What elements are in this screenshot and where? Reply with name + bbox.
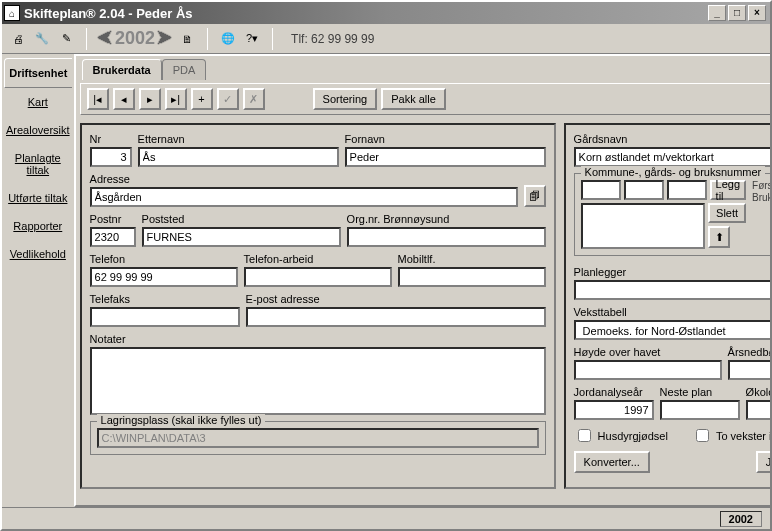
arsnedbor-input[interactable] xyxy=(728,360,770,380)
husdyr-checkbox[interactable]: Husdyrgjødsel xyxy=(574,426,668,445)
nr-input[interactable] xyxy=(90,147,132,167)
kgb-group: Kommune-, gårds- og bruksnummer Legg til xyxy=(574,173,770,256)
right-panel: Gårdsnavn Kommune-, gårds- og bruksnumme… xyxy=(564,123,770,489)
sidebar-item-planlagte-tiltak[interactable]: Planlagte tiltak xyxy=(4,144,72,184)
left-panel: Nr Etternavn Fornavn xyxy=(80,123,556,489)
titlebar: ⌂ Skifteplan® 2.04 - Peder Ås _ □ × xyxy=(2,2,770,24)
print-icon[interactable]: 🖨 xyxy=(8,28,28,50)
kgb-hint: Første bruk i lista (hovedbruket) vil bl… xyxy=(752,180,770,249)
sidebar-item-arealoversikt[interactable]: Arealoversikt xyxy=(4,116,72,144)
orgnr-label: Org.nr. Brønnøysund xyxy=(347,213,546,225)
telefon-input[interactable] xyxy=(90,267,238,287)
sidebar-item-driftsenhet[interactable]: Driftsenhet xyxy=(4,58,72,88)
main-toolbar: 🖨 🔧 ✎ ⮜ 2002 ⮞ 🗎 🌐 ?▾ Tlf: 62 99 99 99 xyxy=(2,24,770,54)
slett-button[interactable]: Slett xyxy=(708,203,746,223)
year-prev-icon[interactable]: ⮜ xyxy=(97,30,113,48)
jordanalysar-input[interactable] xyxy=(574,400,654,420)
postnr-input[interactable] xyxy=(90,227,136,247)
tlf-display: Tlf: 62 99 99 99 xyxy=(291,32,374,46)
year-next-icon[interactable]: ⮞ xyxy=(157,30,173,48)
statusbar: 2002 xyxy=(2,507,770,529)
poststed-input[interactable] xyxy=(142,227,341,247)
gards-input[interactable] xyxy=(624,180,664,200)
etternavn-input[interactable] xyxy=(138,147,339,167)
tovekster-checkbox[interactable]: To vekster i året xyxy=(692,426,770,445)
document-icon[interactable]: 🗎 xyxy=(177,28,197,50)
minimize-button[interactable]: _ xyxy=(708,5,726,21)
mobiltlf-label: Mobiltlf. xyxy=(398,253,546,265)
notater-input[interactable] xyxy=(90,347,546,415)
move-up-icon[interactable]: ⬆ xyxy=(708,226,730,248)
copy-icon[interactable]: 🗐 xyxy=(524,185,546,207)
orgnr-input[interactable] xyxy=(347,227,546,247)
kgb-legend: Kommune-, gårds- og bruksnummer xyxy=(581,166,766,178)
storage-group: Lagringsplass (skal ikke fylles ut) xyxy=(90,421,546,455)
tab-pda[interactable]: PDA xyxy=(162,59,207,80)
kommune-input[interactable] xyxy=(581,180,621,200)
globe-icon[interactable]: 🌐 xyxy=(218,28,238,50)
sidebar-item-kart[interactable]: Kart xyxy=(4,88,72,116)
tool-icon[interactable]: 🔧 xyxy=(32,28,52,50)
tabstrip: Brukerdata PDA xyxy=(76,56,770,79)
okostatus-label: Økologisk status xyxy=(746,386,770,398)
postnr-label: Postnr xyxy=(90,213,136,225)
epost-input[interactable] xyxy=(246,307,546,327)
epost-label: E-post adresse xyxy=(246,293,546,305)
telefon-arbeid-input[interactable] xyxy=(244,267,392,287)
sidebar-item-rapporter[interactable]: Rapporter xyxy=(4,212,72,240)
jordanalysar-label: Jordanalyseår xyxy=(574,386,654,398)
telefaks-input[interactable] xyxy=(90,307,240,327)
nr-label: Nr xyxy=(90,133,132,145)
nesteplan-input[interactable] xyxy=(660,400,740,420)
help-icon[interactable]: ?▾ xyxy=(242,28,262,50)
fornavn-input[interactable] xyxy=(345,147,546,167)
kgb-listbox[interactable] xyxy=(581,203,705,249)
veksttabell-label: Veksttabell xyxy=(574,306,770,318)
konverter-button[interactable]: Konverter... xyxy=(574,451,650,473)
telefaks-label: Telefaks xyxy=(90,293,240,305)
first-record-button[interactable]: |◂ xyxy=(87,88,109,110)
fornavn-label: Fornavn xyxy=(345,133,546,145)
app-icon: ⌂ xyxy=(4,5,20,21)
cancel-button[interactable]: ✗ xyxy=(243,88,265,110)
maximize-button[interactable]: □ xyxy=(728,5,746,21)
notater-label: Notater xyxy=(90,333,546,345)
planlegger-label: Planlegger xyxy=(574,266,770,278)
adresse-input[interactable] xyxy=(90,187,518,207)
nesteplan-label: Neste plan xyxy=(660,386,740,398)
separator xyxy=(272,28,273,50)
sidebar-item-utforte-tiltak[interactable]: Utførte tiltak xyxy=(4,184,72,212)
sidebar: Driftsenhet Kart Arealoversikt Planlagte… xyxy=(2,54,74,507)
separator xyxy=(207,28,208,50)
last-record-button[interactable]: ▸| xyxy=(165,88,187,110)
poststed-label: Poststed xyxy=(142,213,341,225)
sidebar-item-vedlikehold[interactable]: Vedlikehold xyxy=(4,240,72,268)
gardsnavn-input[interactable] xyxy=(574,147,770,167)
hoyde-label: Høyde over havet xyxy=(574,346,722,358)
year-navigator: ⮜ 2002 ⮞ xyxy=(97,28,173,49)
mobiltlf-input[interactable] xyxy=(398,267,546,287)
status-year: 2002 xyxy=(720,511,762,527)
record-toolbar: |◂ ◂ ▸ ▸| + ✓ ✗ Sortering Pakk alle Slet… xyxy=(80,83,770,115)
window-title: Skifteplan® 2.04 - Peder Ås xyxy=(24,6,706,21)
jordanalyser-button[interactable]: Jordanalyser... xyxy=(756,451,770,473)
arsnedbor-label: Årsnedbør xyxy=(728,346,770,358)
add-record-button[interactable]: + xyxy=(191,88,213,110)
tab-brukerdata[interactable]: Brukerdata xyxy=(82,59,162,80)
confirm-button[interactable]: ✓ xyxy=(217,88,239,110)
next-record-button[interactable]: ▸ xyxy=(139,88,161,110)
year-value: 2002 xyxy=(115,28,155,49)
legg-til-button[interactable]: Legg til xyxy=(710,180,746,200)
bruks-input[interactable] xyxy=(667,180,707,200)
telefon-label: Telefon xyxy=(90,253,238,265)
pakk-alle-button[interactable]: Pakk alle xyxy=(381,88,446,110)
veksttabell-select[interactable]: Demoeks. for Nord-Østlandet xyxy=(574,320,770,340)
hoyde-input[interactable] xyxy=(574,360,722,380)
storage-path xyxy=(97,428,539,448)
prev-record-button[interactable]: ◂ xyxy=(113,88,135,110)
edit-icon[interactable]: ✎ xyxy=(56,28,76,50)
sortering-button[interactable]: Sortering xyxy=(313,88,378,110)
okostatus-select[interactable] xyxy=(746,400,770,420)
close-button[interactable]: × xyxy=(748,5,766,21)
planlegger-select[interactable] xyxy=(574,280,770,300)
